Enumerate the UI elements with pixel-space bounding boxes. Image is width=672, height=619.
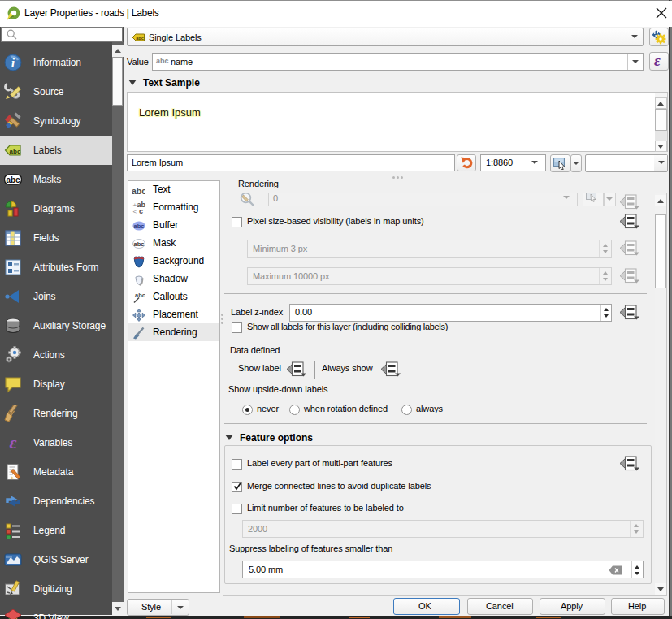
svg-text:abc: abc [10, 148, 21, 155]
svg-text:<: < [133, 208, 137, 214]
svg-text:i: i [11, 56, 15, 70]
svg-text:abc: abc [134, 240, 145, 248]
svg-text:abc: abc [134, 223, 145, 230]
svg-text:abc: abc [135, 292, 145, 299]
svg-text:abc: abc [6, 175, 20, 184]
svg-text:abc: abc [136, 36, 143, 41]
svg-text:abc: abc [132, 186, 145, 196]
svg-text:c: c [139, 207, 143, 214]
svg-text:ε: ε [9, 434, 16, 452]
